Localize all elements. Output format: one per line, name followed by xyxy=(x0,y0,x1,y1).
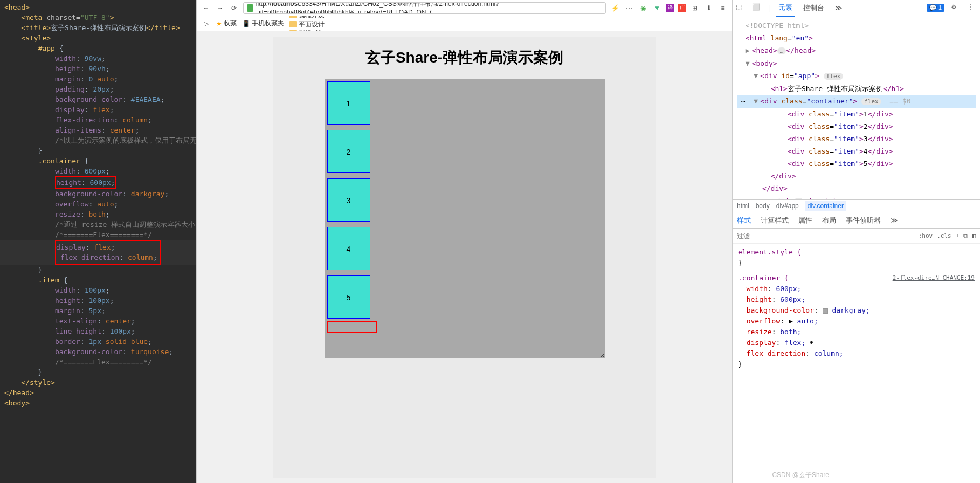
menu-icon[interactable]: ≡ xyxy=(718,3,728,13)
tab-more-styles[interactable]: ≫ xyxy=(891,216,898,224)
forward-button[interactable]: → xyxy=(215,3,225,13)
bc-app[interactable]: div#app xyxy=(776,202,799,210)
bookmarks-bar: ▷ ★收藏 📱手机收藏夹 玄子Sha...玄子云奇迹秀首席灯...哔哩哔哩...… xyxy=(197,16,732,31)
flex-item: 1 xyxy=(327,81,370,125)
dom-doctype[interactable]: <!DOCTYPE html> xyxy=(737,19,976,32)
bookmark-fav[interactable]: ★收藏 xyxy=(216,19,237,28)
css-declaration[interactable]: width: 600px; xyxy=(738,284,975,294)
url-text: http://localhost:63343/HTML/XuanZi/CH02_… xyxy=(256,2,602,14)
tab-listeners[interactable]: 事件侦听器 xyxy=(846,216,881,225)
dom-app-close[interactable]: </div> xyxy=(737,182,976,195)
styles-tabs: 样式 计算样式 属性 布局 事件侦听器 ≫ xyxy=(733,212,980,229)
cls-button[interactable]: .cls xyxy=(937,232,951,239)
bookmark-item[interactable]: 平面设计 xyxy=(289,20,330,29)
bookmark-mobile[interactable]: 📱手机收藏夹 xyxy=(242,19,284,28)
color-swatch[interactable] xyxy=(823,308,828,314)
dom-item[interactable]: <div class="item">2</div> xyxy=(737,120,976,133)
element-style-rule[interactable]: element.style { xyxy=(738,247,975,258)
ext3-icon[interactable]: 译 xyxy=(666,4,674,12)
dom-h1[interactable]: <h1>玄子Share-弹性布局演示案例</h1> xyxy=(737,82,976,95)
tab-properties[interactable]: 属性 xyxy=(798,216,812,225)
dom-item[interactable]: <div class="item">3</div> xyxy=(737,133,976,145)
tab-console[interactable]: 控制台 xyxy=(801,0,826,16)
styles-filter-row: :hov .cls + ⧉ ◧ xyxy=(733,229,980,244)
add-rule-button[interactable]: + xyxy=(956,232,960,239)
back-button[interactable]: ← xyxy=(201,3,211,13)
dom-container-selected[interactable]: ⋯ ▼<div class="container"> flex == $0 xyxy=(737,95,976,108)
browser-toolbar: ← → ⟳ http://localhost:63343/HTML/XuanZi… xyxy=(197,0,732,16)
browser-panel: ← → ⟳ http://localhost:63343/HTML/XuanZi… xyxy=(196,0,732,483)
source-link[interactable]: 2-flex-dire…N_CHANGE:19 xyxy=(893,273,975,284)
settings-icon[interactable]: ⚙ xyxy=(951,3,961,13)
sidebar-toggle-icon[interactable]: ▷ xyxy=(201,19,211,29)
flex-item: 5 xyxy=(327,275,370,319)
dom-container-close[interactable]: </div> xyxy=(737,170,976,182)
more-icon[interactable]: ⋯ xyxy=(624,3,634,13)
css-declaration[interactable]: overflow: ▶ auto; xyxy=(738,316,975,327)
highlighted-scroll-area xyxy=(327,321,377,333)
device-icon[interactable]: ⬜ xyxy=(752,3,762,13)
styles-pane[interactable]: element.style { } 2-flex-dire…N_CHANGE:1… xyxy=(733,244,980,483)
folder-icon xyxy=(289,21,297,27)
css-declaration[interactable]: height: 600px; xyxy=(738,294,975,305)
copy-icon[interactable]: ⧉ xyxy=(963,232,968,239)
app-frame: 玄子Share-弹性布局演示案例 1 2 3 4 5 xyxy=(273,37,656,478)
ext2-icon[interactable]: ▼ xyxy=(652,3,662,13)
dom-item[interactable]: <div class="item">4</div> xyxy=(737,145,976,157)
dom-html[interactable]: <html lang="en"> xyxy=(737,32,976,44)
container-rule[interactable]: 2-flex-dire…N_CHANGE:19 .container { xyxy=(738,273,975,284)
flex-item: 2 xyxy=(327,130,370,173)
dom-breadcrumb: html body div#app div.container xyxy=(733,199,980,212)
kebab-icon[interactable]: ⋮ xyxy=(967,3,977,13)
hov-button[interactable]: :hov xyxy=(919,232,933,239)
inspect-icon[interactable]: ⬚ xyxy=(736,3,746,13)
bc-html[interactable]: html xyxy=(737,202,749,210)
bc-body[interactable]: body xyxy=(756,202,770,210)
page-viewport: 玄子Share-弹性布局演示案例 1 2 3 4 5 xyxy=(197,31,732,483)
devtools-panel: ⬚ ⬜ | 元素 控制台 ≫ 💬 1 ⚙ ⋮ <!DOCTYPE html> <… xyxy=(732,0,980,483)
tab-styles[interactable]: 样式 xyxy=(737,216,751,225)
computed-toggle-icon[interactable]: ◧ xyxy=(972,232,976,239)
download-icon[interactable]: ⬇ xyxy=(704,3,714,13)
lightning-icon[interactable]: ⚡ xyxy=(610,3,620,13)
tab-elements[interactable]: 元素 xyxy=(776,0,795,17)
styles-filter-input[interactable] xyxy=(737,232,914,240)
css-declaration[interactable]: display: flex; ⊞ xyxy=(738,337,975,348)
ext1-icon[interactable]: ◉ xyxy=(638,3,648,13)
folder-icon xyxy=(289,16,297,18)
apps-icon[interactable]: ⊞ xyxy=(690,3,700,13)
flex-badge-icon[interactable]: ⊞ xyxy=(810,339,814,347)
issues-badge[interactable]: 💬 1 xyxy=(927,4,944,12)
css-declaration[interactable]: flex-direction: column; xyxy=(738,348,975,359)
reload-button[interactable]: ⟳ xyxy=(229,3,239,13)
flex-item: 4 xyxy=(327,227,370,270)
dom-script[interactable]: ▶<script>…</script> xyxy=(737,195,976,199)
dom-head[interactable]: ▶<head>…</head> xyxy=(737,44,976,57)
tab-layout[interactable]: 布局 xyxy=(822,216,836,225)
css-declaration[interactable]: background-color: darkgray; xyxy=(738,305,975,316)
dom-tree[interactable]: <!DOCTYPE html> <html lang="en"> ▶<head>… xyxy=(733,16,980,199)
star-icon: ★ xyxy=(216,20,222,27)
ext4-icon[interactable]: 广 xyxy=(678,4,686,12)
url-bar[interactable]: http://localhost:63343/HTML/XuanZi/CH02_… xyxy=(243,2,606,14)
dom-item[interactable]: <div class="item">1</div> xyxy=(737,108,976,120)
dom-body[interactable]: ▼<body> xyxy=(737,57,976,70)
flex-container[interactable]: 1 2 3 4 5 xyxy=(325,79,605,358)
devtools-tabs: ⬚ ⬜ | 元素 控制台 ≫ 💬 1 ⚙ ⋮ xyxy=(733,0,980,16)
flex-item: 3 xyxy=(327,178,370,222)
tab-more[interactable]: ≫ xyxy=(833,1,845,15)
code-editor[interactable]: <head> <meta charset="UTF-8"> <title>玄子S… xyxy=(0,0,196,483)
dom-item[interactable]: <div class="item">5</div> xyxy=(737,157,976,170)
dom-app[interactable]: ▼<div id="app"> flex xyxy=(737,70,976,82)
shield-icon xyxy=(247,4,253,12)
page-title: 玄子Share-弹性布局演示案例 xyxy=(365,47,563,68)
css-declaration[interactable]: resize: both; xyxy=(738,327,975,337)
tab-computed[interactable]: 计算样式 xyxy=(761,216,789,225)
watermark: CSDN @玄子Share xyxy=(772,471,829,480)
bc-container[interactable]: div.container xyxy=(805,201,846,211)
